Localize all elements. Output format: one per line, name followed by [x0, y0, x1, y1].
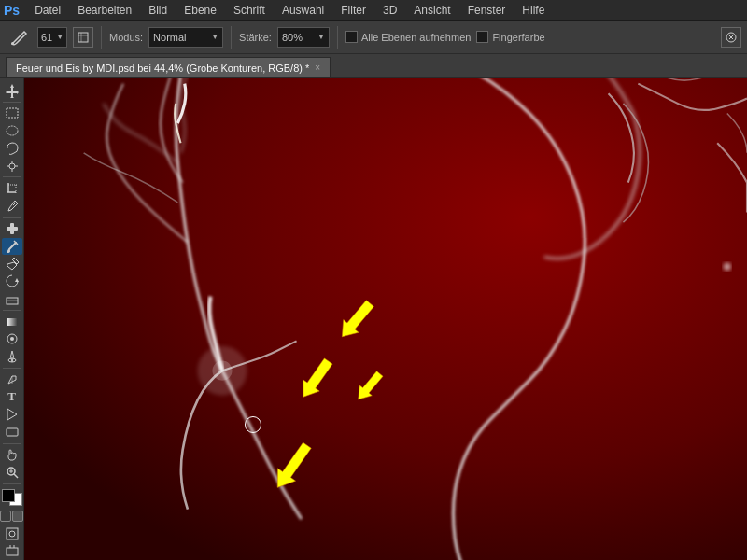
tools-div-6 [3, 443, 21, 444]
artwork[interactable] [24, 78, 747, 560]
alle-ebenen-group: Alle Ebenen aufnehmen [345, 31, 471, 43]
tool-blur[interactable] [2, 331, 22, 348]
svg-rect-22 [7, 298, 18, 304]
tool-ellipse-marquee[interactable] [2, 122, 22, 139]
tool-crop[interactable] [2, 180, 22, 197]
tools-div-4 [3, 310, 21, 311]
svg-rect-34 [7, 528, 18, 539]
tool-dodge[interactable] [2, 348, 22, 365]
tool-extra-2[interactable] [2, 543, 22, 560]
svg-rect-29 [7, 428, 18, 436]
svg-marker-28 [7, 409, 17, 420]
tool-path-select[interactable] [2, 406, 22, 423]
svg-rect-6 [7, 108, 18, 118]
fingerfarbe-group: Fingerfarbe [476, 31, 544, 43]
menu-ansicht[interactable]: Ansicht [406, 2, 458, 19]
svg-marker-5 [6, 84, 19, 98]
svg-rect-19 [7, 227, 18, 231]
canvas-content [24, 78, 747, 560]
tool-zoom[interactable] [2, 464, 22, 481]
tab-close-button[interactable]: × [315, 63, 320, 73]
tool-rect-marquee[interactable] [2, 105, 22, 122]
brush-tool-icon[interactable] [6, 24, 32, 50]
tool-hand[interactable] [2, 447, 22, 464]
staerke-value: 80% [282, 32, 303, 43]
svg-rect-23 [7, 318, 18, 326]
svg-point-35 [9, 531, 15, 537]
modus-label: Modus: [109, 32, 143, 43]
svg-point-7 [7, 126, 18, 135]
alle-ebenen-label: Alle Ebenen aufnehmen [361, 32, 471, 43]
ps-logo: Ps [4, 3, 20, 18]
toolbar-sep-2 [231, 26, 232, 49]
tools-panel: T [0, 78, 24, 560]
menu-auswahl[interactable]: Auswahl [275, 2, 331, 19]
menubar: Ps Datei Bearbeiten Bild Ebene Schrift A… [0, 0, 747, 21]
tool-text[interactable]: T [2, 389, 22, 406]
modus-dropdown[interactable]: Normal ▼ [148, 27, 223, 48]
tabbar: Feuer und Eis by MDI.psd bei 44,4% (Grob… [0, 54, 747, 78]
tool-extra-1[interactable] [2, 526, 22, 543]
svg-line-20 [9, 243, 16, 249]
staerke-arrow: ▼ [317, 33, 325, 41]
alle-ebenen-checkbox[interactable] [345, 31, 358, 43]
tool-eraser[interactable] [2, 290, 22, 307]
tool-heal[interactable] [2, 220, 22, 237]
color-swatches[interactable] [2, 489, 22, 506]
modus-value: Normal [153, 32, 186, 43]
svg-point-40 [724, 263, 731, 271]
staerke-dropdown[interactable]: 80% ▼ [277, 27, 330, 48]
menu-ebene[interactable]: Ebene [176, 2, 224, 19]
svg-rect-1 [78, 33, 88, 42]
canvas-area[interactable] [24, 78, 747, 560]
tools-div-7 [3, 483, 21, 484]
foreground-color-swatch[interactable] [2, 489, 15, 502]
tool-shape[interactable] [2, 424, 22, 441]
svg-point-46 [212, 361, 232, 381]
brush-settings-icon[interactable] [73, 27, 93, 48]
document-tab[interactable]: Feuer und Eis by MDI.psd bei 44,4% (Grob… [6, 57, 331, 77]
svg-point-25 [10, 337, 14, 341]
quick-mask-btn[interactable] [12, 511, 23, 522]
toolbar: 61 ▼ Modus: Normal ▼ Stärke: 80% ▼ Alle … [0, 21, 747, 54]
menu-schrift[interactable]: Schrift [226, 2, 273, 19]
menu-datei[interactable]: Datei [27, 2, 68, 19]
menu-hilfe[interactable]: Hilfe [514, 2, 552, 19]
menu-filter[interactable]: Filter [333, 2, 374, 19]
text-tool-label: T [7, 389, 16, 404]
fingerfarbe-label: Fingerfarbe [492, 32, 544, 43]
staerke-label: Stärke: [239, 32, 272, 43]
tool-move[interactable] [2, 82, 22, 99]
menu-bild[interactable]: Bild [141, 2, 175, 19]
tool-history-brush[interactable] [2, 273, 22, 290]
svg-rect-36 [7, 548, 18, 555]
menu-bearbeiten[interactable]: Bearbeiten [70, 2, 139, 19]
pressure-icon[interactable] [721, 27, 741, 48]
toolbar-sep-3 [337, 26, 338, 49]
tool-eyedropper[interactable] [2, 198, 22, 215]
tools-div-2 [3, 176, 21, 177]
fingerfarbe-checkbox[interactable] [476, 31, 488, 43]
main-area: T [0, 78, 747, 560]
tool-gradient[interactable] [2, 314, 22, 330]
svg-point-0 [11, 42, 14, 45]
mode-buttons [0, 511, 23, 522]
menu-fenster[interactable]: Fenster [460, 2, 514, 19]
standard-mode-btn[interactable] [0, 511, 11, 522]
tool-magic-wand[interactable] [2, 158, 22, 175]
tab-title: Feuer und Eis by MDI.psd bei 44,4% (Grob… [16, 63, 309, 74]
tools-div-1 [3, 102, 21, 103]
tools-div-3 [3, 217, 21, 218]
tools-div-5 [3, 368, 21, 369]
tool-clone[interactable] [2, 256, 22, 273]
brush-size-value: 61 [41, 32, 52, 43]
brush-preset-dropdown[interactable]: 61 ▼ [37, 27, 67, 48]
tool-pen[interactable] [2, 371, 22, 388]
toolbar-sep-1 [101, 26, 102, 49]
tool-brush[interactable] [2, 238, 22, 255]
menu-3d[interactable]: 3D [375, 2, 404, 19]
svg-marker-21 [15, 278, 19, 282]
svg-point-12 [9, 163, 15, 169]
modus-arrow: ▼ [211, 33, 218, 41]
tool-lasso[interactable] [2, 140, 22, 157]
